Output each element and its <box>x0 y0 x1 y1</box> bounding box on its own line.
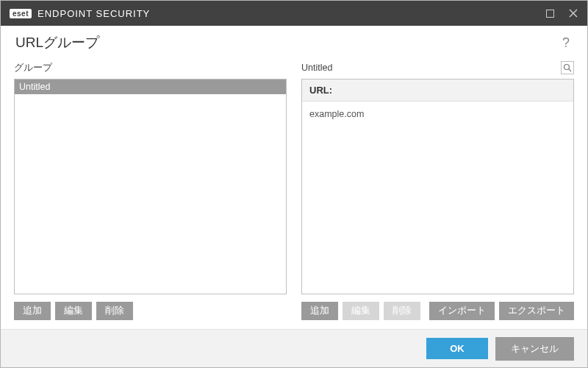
search-button[interactable] <box>561 61 574 74</box>
svg-point-2 <box>564 65 570 70</box>
titlebar: eset ENDPOINT SECURITY <box>1 1 587 26</box>
cancel-button[interactable]: キャンセル <box>495 337 574 361</box>
titlebar-controls <box>545 8 578 18</box>
urls-panel: Untitled URL: example.com 追加 編集 削除 <box>301 61 574 320</box>
content: グループ Untitled 追加 編集 削除 Untitled <box>1 55 587 329</box>
close-button[interactable] <box>568 8 578 18</box>
groups-listbox[interactable]: Untitled <box>14 79 287 294</box>
export-button[interactable]: エクスポート <box>499 302 574 320</box>
import-button[interactable]: インポート <box>429 302 495 320</box>
urls-label-text: Untitled <box>301 63 332 73</box>
groups-add-button[interactable]: 追加 <box>14 302 51 320</box>
urls-button-row: 追加 編集 削除 インポート エクスポート <box>301 302 574 320</box>
groups-delete-button[interactable]: 削除 <box>96 302 133 320</box>
groups-panel: グループ Untitled 追加 編集 削除 <box>14 61 287 320</box>
groups-edit-button[interactable]: 編集 <box>55 302 92 320</box>
urls-label-row: Untitled <box>301 61 574 74</box>
urls-delete-button: 削除 <box>384 302 420 320</box>
urls-body: example.com <box>302 102 573 294</box>
maximize-icon <box>546 10 554 18</box>
header: URLグループ ? <box>1 26 587 55</box>
brand: eset ENDPOINT SECURITY <box>10 8 150 19</box>
groups-label: グループ <box>14 61 287 74</box>
urls-column-header: URL: <box>302 79 573 102</box>
groups-button-row: 追加 編集 削除 <box>14 302 287 320</box>
close-icon <box>569 9 578 18</box>
group-item[interactable]: Untitled <box>15 79 286 94</box>
urls-listbox[interactable]: URL: example.com <box>301 79 574 294</box>
brand-badge: eset <box>10 9 32 18</box>
svg-line-3 <box>569 69 571 71</box>
urls-edit-button: 編集 <box>343 302 379 320</box>
maximize-button[interactable] <box>545 8 555 18</box>
search-icon <box>563 63 572 72</box>
help-button[interactable]: ? <box>559 35 573 51</box>
footer: OK キャンセル <box>1 329 587 367</box>
window: eset ENDPOINT SECURITY URLグループ ? グループ <box>0 0 588 368</box>
ok-button[interactable]: OK <box>426 338 488 359</box>
urls-add-button[interactable]: 追加 <box>301 302 338 320</box>
page-title: URLグループ <box>15 33 99 52</box>
url-item[interactable]: example.com <box>309 107 566 121</box>
groups-label-text: グループ <box>14 62 52 74</box>
brand-product: ENDPOINT SECURITY <box>37 8 150 19</box>
